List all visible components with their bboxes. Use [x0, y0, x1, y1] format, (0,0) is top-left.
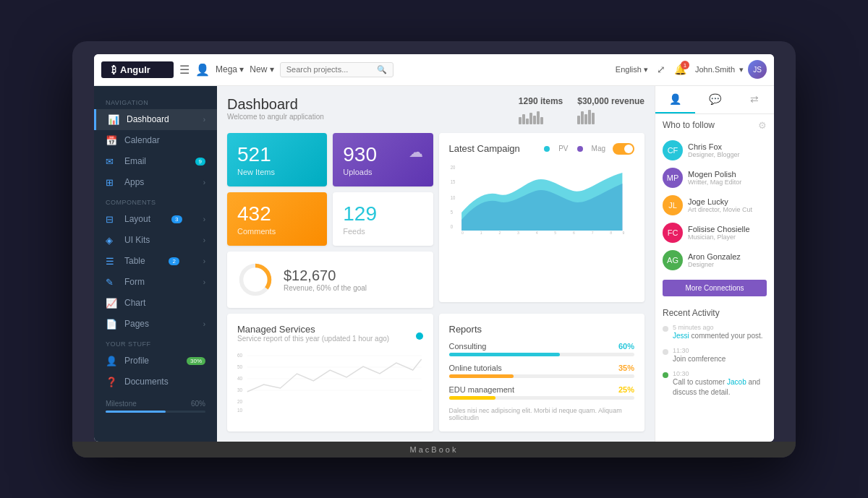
svg-text:0: 0	[450, 223, 453, 229]
donut-chart	[237, 262, 273, 298]
follow-info-folisise: Folisise Chosielle Musician, Player	[688, 225, 750, 241]
sidebar-label-email: Email	[124, 156, 146, 166]
right-panel-tabs: 👤 💬 ⇄	[655, 86, 774, 114]
activity-dot-2	[663, 349, 668, 355]
svg-text:15: 15	[450, 179, 455, 184]
stat-items: 1290 items	[519, 96, 563, 124]
more-connections-button[interactable]: More Connections	[663, 280, 767, 296]
upload-icon: ☁	[409, 143, 423, 160]
svg-text:5: 5	[450, 209, 453, 215]
sidebar-item-email[interactable]: ✉ Email 9	[94, 151, 217, 172]
sidebar-label-form: Form	[124, 277, 145, 287]
sidebar-item-table[interactable]: ☰ Table 2 ›	[94, 251, 217, 272]
sidebar-label-pages: Pages	[124, 319, 149, 329]
svg-text:1: 1	[480, 230, 482, 233]
user-menu[interactable]: John.Smith ▾ JS	[695, 60, 767, 79]
sidebar-label-documents: Documents	[124, 377, 169, 387]
sidebar-item-dashboard[interactable]: 📊 Dashboard ›	[94, 109, 217, 130]
table-badge: 2	[169, 257, 179, 265]
follow-name-arongonzalez: Aron Gonzalez	[688, 252, 741, 261]
report-edu: EDU management 25%	[449, 385, 635, 400]
tab-settings[interactable]: ⇄	[734, 86, 774, 113]
follow-item-jogelucky[interactable]: JL Joge Lucky Art director, Movie Cut	[655, 192, 774, 219]
sidebar-item-form[interactable]: ✎ Form ›	[94, 272, 217, 293]
layout-icon: ⊟	[106, 214, 117, 225]
mega-menu-button[interactable]: Mega ▾	[216, 64, 244, 74]
svg-text:50: 50	[237, 364, 242, 369]
brand-name: Angulr	[120, 64, 150, 75]
follow-item-mogenpolish[interactable]: MP Mogen Polish Writter, Mag Editor	[655, 164, 774, 192]
report-consulting-fill	[449, 353, 561, 356]
search-input[interactable]	[286, 65, 373, 74]
legend-pv: PV	[558, 145, 568, 153]
report-edu-name: EDU management	[449, 385, 515, 394]
follow-info-mogenpolish: Mogen Polish Writter, Mag Editor	[688, 170, 741, 186]
layout-badge: 3	[171, 215, 182, 223]
expand-button[interactable]: ⤢	[657, 64, 665, 75]
follow-avatar-jogelucky: JL	[663, 195, 683, 215]
svg-text:7: 7	[591, 230, 593, 233]
language-button[interactable]: English ▾	[616, 65, 648, 74]
follow-item-chrisfox[interactable]: CF Chris Fox Designer, Blogger	[655, 137, 774, 164]
uikits-icon: ◈	[106, 235, 117, 246]
follow-item-folisise[interactable]: FC Folisise Chosielle Musician, Player	[655, 219, 774, 246]
tab-profile[interactable]: 👤	[655, 86, 695, 113]
activity-content-1: 5 minutes ago Jessi commented your post.	[673, 324, 763, 341]
comments-label: Comments	[237, 227, 317, 236]
follow-name-mogenpolish: Mogen Polish	[688, 170, 741, 179]
sidebar-item-calendar[interactable]: 📅 Calendar	[94, 130, 217, 151]
recent-activity-title: Recent Activity	[663, 308, 767, 318]
milestone-progress-bar	[106, 411, 205, 413]
sidebar-item-apps[interactable]: ⊞ Apps ›	[94, 172, 217, 193]
activity-link-jessi[interactable]: Jessi	[673, 332, 689, 340]
activity-content-2: 11:30 Join comference	[673, 347, 726, 364]
sidebar-item-profile[interactable]: 👤 Profile 30%	[94, 351, 217, 372]
toggle-switch[interactable]	[613, 143, 634, 155]
user-icon[interactable]: 👤	[195, 63, 210, 77]
activity-link-jacob[interactable]: Jacob	[727, 378, 746, 386]
sidebar-label-layout: Layout	[124, 214, 150, 224]
report-edu-pct: 25%	[618, 385, 634, 394]
comments-value: 432	[237, 202, 317, 226]
follow-role-jogelucky: Art director, Movie Cut	[688, 206, 752, 213]
sidebar-item-uikits[interactable]: ◈ UI Kits ›	[94, 230, 217, 251]
notification-button[interactable]: 🔔 1	[674, 64, 686, 75]
card-uploads: ☁ 930 Uploads	[333, 133, 433, 186]
settings-icon[interactable]: ⚙	[758, 120, 767, 131]
sidebar-item-layout[interactable]: ⊟ Layout 3 ›	[94, 209, 217, 230]
follow-info-jogelucky: Joge Lucky Art director, Movie Cut	[688, 197, 752, 213]
report-online-tutorials: Online tutorials 35%	[449, 364, 635, 378]
managed-chart: 60 50 40 30 20 10	[237, 348, 423, 413]
activity-time-2: 11:30	[673, 347, 726, 354]
documents-icon: ❓	[106, 377, 117, 387]
follow-avatar-chrisfox: CF	[663, 140, 683, 160]
profile-badge: 30%	[187, 357, 205, 365]
chevron-icon-table: ›	[203, 257, 205, 265]
activity-text-1: Jessi commented your post.	[673, 331, 763, 341]
header-stats: 1290 items	[519, 96, 644, 124]
new-items-value: 521	[237, 143, 317, 166]
sidebar-item-chart[interactable]: 📈 Chart	[94, 293, 217, 314]
milestone-section: Milestone 60%	[94, 392, 217, 420]
chart-legend: PV Mag	[544, 145, 605, 153]
page-title-section: Dashboard Welcome to angulr application	[227, 96, 324, 121]
hamburger-icon[interactable]: ☰	[179, 63, 190, 77]
sidebar-item-documents[interactable]: ❓ Documents	[94, 372, 217, 392]
feeds-value: 129	[343, 202, 422, 226]
right-panel: 👤 💬 ⇄ Who to follow ⚙ CF Chris Fox Desig…	[655, 86, 774, 442]
follow-avatar-folisise: FC	[663, 223, 683, 243]
status-dot	[416, 332, 423, 340]
activity-item-1: 5 minutes ago Jessi commented your post.	[663, 324, 767, 341]
sidebar-item-pages[interactable]: 📄 Pages ›	[94, 314, 217, 335]
activity-text-3: Call to customer Jacob and discuss the d…	[673, 377, 767, 398]
sidebar-label-chart: Chart	[124, 298, 145, 308]
feeds-label: Feeds	[343, 227, 422, 236]
tab-chat[interactable]: 💬	[695, 86, 735, 113]
apps-icon: ⊞	[106, 177, 117, 188]
follow-item-arongonzalez[interactable]: AG Aron Gonzalez Designer	[655, 246, 774, 274]
chart-icon: 📈	[106, 298, 117, 309]
content-header: Dashboard Welcome to angulr application …	[227, 96, 644, 124]
new-menu-button[interactable]: New ▾	[250, 64, 273, 74]
bottom-grid: Managed Services Service report of this …	[227, 314, 644, 432]
chart-title: Latest Campaign	[449, 143, 520, 154]
